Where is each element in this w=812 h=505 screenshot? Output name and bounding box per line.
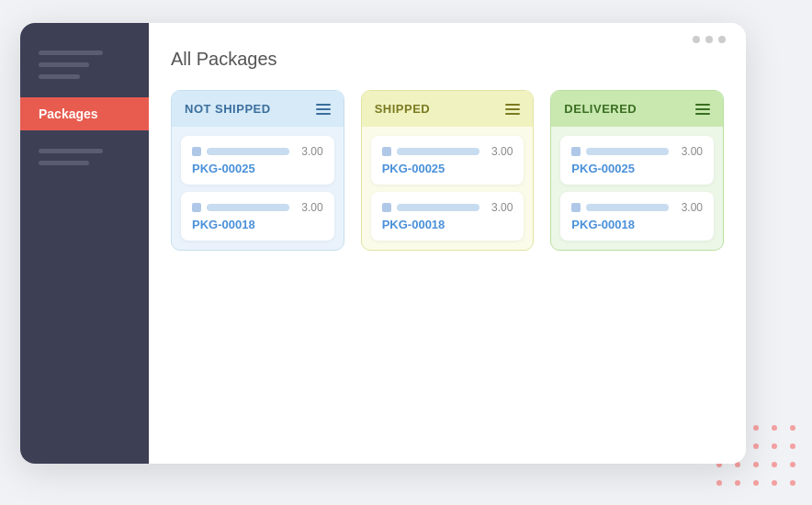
dot: [735, 480, 740, 486]
pkg-value: 3.00: [491, 201, 513, 214]
pkg-id[interactable]: PKG-00018: [571, 218, 703, 231]
pkg-color-box: [192, 147, 201, 156]
dot: [772, 425, 777, 431]
pkg-card-top: 3.00: [192, 201, 323, 214]
column-header-not-shipped: NOT SHIPPED: [172, 91, 344, 127]
sidebar-line: [39, 161, 89, 165]
pkg-color-box: [571, 147, 581, 156]
pkg-id[interactable]: PKG-00025: [192, 162, 323, 175]
package-card[interactable]: 3.00 PKG-00018: [371, 192, 524, 241]
pkg-card-top: 3.00: [382, 145, 513, 158]
app-window: Packages All Packages NOT SHIPPED: [20, 23, 746, 464]
package-card[interactable]: 3.00 PKG-00025: [181, 136, 334, 185]
hamburger-line: [695, 104, 710, 106]
package-card[interactable]: 3.00 PKG-00025: [371, 136, 524, 185]
hamburger-line: [695, 113, 710, 115]
pkg-bar-area: [382, 147, 479, 156]
dot: [753, 480, 759, 486]
chrome-dot: [718, 36, 726, 43]
pkg-id[interactable]: PKG-00018: [192, 218, 323, 231]
column-title-delivered: DELIVERED: [564, 102, 637, 116]
pkg-color-box: [192, 203, 201, 212]
column-body-not-shipped: 3.00 PKG-00025 3.00: [172, 127, 344, 250]
dot: [790, 462, 795, 467]
column-title-shipped: SHIPPED: [375, 102, 431, 116]
hamburger-line: [505, 113, 520, 115]
column-menu-icon-not-shipped[interactable]: [316, 104, 331, 115]
kanban-board: NOT SHIPPED: [171, 90, 724, 251]
main-content: All Packages NOT SHIPPED: [149, 23, 746, 464]
dot: [790, 425, 795, 431]
sidebar-top-lines: [20, 41, 149, 97]
column-shipped: SHIPPED: [361, 90, 535, 251]
pkg-bar: [586, 204, 669, 211]
pkg-card-top: 3.00: [571, 201, 703, 214]
column-header-shipped: SHIPPED: [362, 91, 534, 127]
pkg-value: 3.00: [682, 145, 703, 158]
page-title: All Packages: [171, 49, 724, 70]
column-not-shipped: NOT SHIPPED: [171, 90, 344, 251]
pkg-value: 3.00: [301, 145, 322, 158]
package-card[interactable]: 3.00 PKG-00018: [560, 192, 714, 241]
column-header-delivered: DELIVERED: [551, 91, 723, 127]
dot: [753, 425, 759, 431]
pkg-bar-area: [571, 147, 669, 156]
sidebar-line: [39, 62, 89, 67]
column-delivered: DELIVERED: [550, 90, 724, 251]
hamburger-line: [695, 108, 710, 110]
pkg-value: 3.00: [491, 145, 513, 158]
column-title-not-shipped: NOT SHIPPED: [185, 102, 271, 116]
pkg-bar: [397, 148, 479, 155]
pkg-card-top: 3.00: [571, 145, 703, 158]
chrome-dot: [705, 36, 713, 43]
dot: [772, 462, 777, 467]
pkg-bar-area: [571, 203, 669, 212]
sidebar-item-packages[interactable]: Packages: [20, 97, 149, 130]
sidebar-bottom-lines: [20, 130, 149, 174]
sidebar-line: [39, 74, 80, 79]
dot: [772, 480, 777, 486]
column-menu-icon-delivered[interactable]: [695, 104, 710, 115]
pkg-bar: [397, 204, 479, 211]
hamburger-line: [505, 104, 520, 106]
pkg-bar: [586, 148, 669, 155]
sidebar: Packages: [20, 23, 149, 464]
outer-wrapper: Packages All Packages NOT SHIPPED: [20, 23, 792, 482]
sidebar-line: [39, 149, 103, 153]
pkg-color-box: [382, 147, 391, 156]
pkg-bar-area: [192, 147, 289, 156]
pkg-id[interactable]: PKG-00025: [571, 162, 703, 175]
pkg-card-top: 3.00: [382, 201, 513, 214]
pkg-bar: [207, 148, 289, 155]
dot: [790, 480, 795, 486]
pkg-value: 3.00: [301, 201, 322, 214]
pkg-color-box: [382, 203, 391, 212]
package-card[interactable]: 3.00 PKG-00025: [560, 136, 714, 185]
column-body-shipped: 3.00 PKG-00025 3.00: [362, 127, 534, 250]
hamburger-line: [505, 108, 520, 110]
pkg-color-box: [571, 203, 581, 212]
pkg-value: 3.00: [682, 201, 703, 214]
pkg-id[interactable]: PKG-00018: [382, 218, 513, 231]
pkg-id[interactable]: PKG-00025: [382, 162, 513, 175]
column-body-delivered: 3.00 PKG-00025 3.00: [551, 127, 723, 250]
hamburger-line: [316, 113, 331, 115]
dot: [753, 462, 759, 467]
window-chrome: [693, 36, 726, 43]
dot: [753, 443, 759, 449]
hamburger-line: [316, 108, 331, 110]
pkg-bar-area: [382, 203, 479, 212]
dot: [772, 443, 777, 449]
chrome-dot: [693, 36, 700, 43]
pkg-bar-area: [192, 203, 289, 212]
dot: [716, 480, 722, 486]
package-card[interactable]: 3.00 PKG-00018: [181, 192, 334, 241]
sidebar-line: [39, 50, 103, 55]
column-menu-icon-shipped[interactable]: [505, 104, 520, 115]
hamburger-line: [316, 104, 331, 106]
pkg-bar: [207, 204, 289, 211]
pkg-card-top: 3.00: [192, 145, 323, 158]
dot: [790, 443, 795, 449]
